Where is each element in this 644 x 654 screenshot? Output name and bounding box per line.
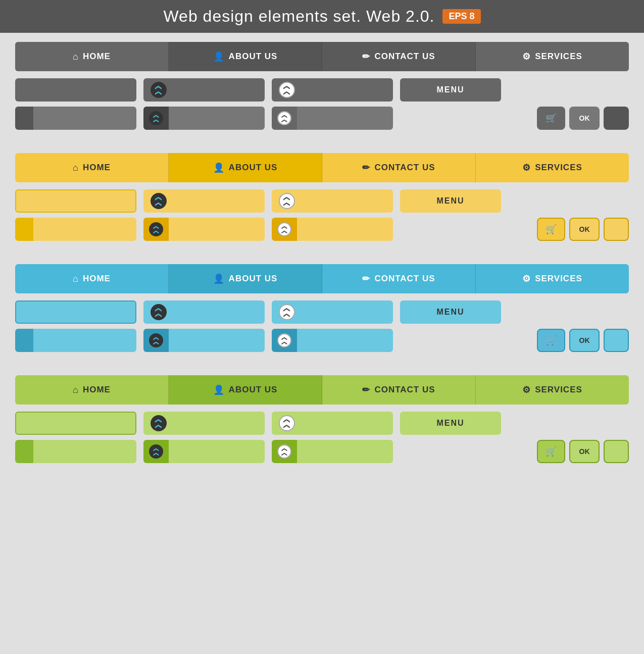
nav-services-label-yellow: SERVICES <box>535 163 582 173</box>
chevron-icon-dd-dark: ❮❮ <box>153 114 160 123</box>
home-icon-yellow: ⌂ <box>73 163 79 173</box>
cart-btn-yellow[interactable]: 🛒 <box>537 218 565 241</box>
home-icon-blue: ⌂ <box>73 274 79 284</box>
chevron-circle-blue-1: ❮❮ <box>151 304 167 320</box>
menu-btn-yellow[interactable]: MENU <box>400 189 501 213</box>
gear-icon-yellow: ⚙ <box>522 162 531 173</box>
dropdown-accent-yellow-2[interactable]: ❮❮ <box>272 218 393 241</box>
chevron-circle-dd-blue: ❮❮ <box>149 333 163 347</box>
menu-btn-dark[interactable]: MENU <box>400 78 501 102</box>
home-icon-green: ⌂ <box>73 385 79 395</box>
cart-btn-green[interactable]: 🛒 <box>537 440 565 463</box>
chevron-circle-green-2: ❮❮ <box>279 415 295 431</box>
dropdown-green-1[interactable]: ❮❮ <box>143 412 265 435</box>
menu-label-green: MENU <box>436 419 464 428</box>
cart-btn-blue[interactable]: 🛒 <box>537 329 565 352</box>
ok-btn-green[interactable]: OK <box>569 440 600 463</box>
small-btns-yellow: 🛒 OK <box>537 218 629 241</box>
user-icon-blue: 👤 <box>213 273 225 284</box>
nav-services-label-green: SERVICES <box>535 385 582 395</box>
header-title: Web design elements set. Web 2.0. <box>163 7 434 26</box>
nav-contact-label-blue: CONTACT US <box>374 274 435 284</box>
sq-btn-yellow[interactable] <box>604 218 629 241</box>
dd-accent-right-blue-2 <box>297 329 393 352</box>
input-yellow-1[interactable] <box>15 189 136 213</box>
menu-btn-blue[interactable]: MENU <box>400 300 501 324</box>
gear-icon-blue: ⚙ <box>522 273 531 284</box>
nav-about-yellow[interactable]: 👤 ABOUT US <box>169 153 322 182</box>
input-accent-green[interactable] <box>15 440 136 463</box>
pencil-icon-blue: ✏ <box>362 273 370 284</box>
nav-contact-blue[interactable]: ✏ CONTACT US <box>322 264 476 293</box>
dropdown-dark-2[interactable]: ❮❮ <box>272 78 393 102</box>
gear-icon-dark: ⚙ <box>522 51 531 62</box>
dd-accent-left-blue: ❮❮ <box>143 329 169 352</box>
ok-btn-blue[interactable]: OK <box>569 329 600 352</box>
dropdown-yellow-2[interactable]: ❮❮ <box>272 189 393 213</box>
chevron-icon-dd-blue-2: ❮❮ <box>281 336 288 345</box>
nav-home-green[interactable]: ⌂ HOME <box>15 375 169 405</box>
accent-left-blue <box>15 329 33 352</box>
menu-btn-green[interactable]: MENU <box>400 412 501 435</box>
controls-row-blue-2: ❮❮ ❮❮ 🛒 OK <box>15 329 629 352</box>
chevron-circle-dd-blue-2: ❮❮ <box>277 333 291 347</box>
nav-contact-green[interactable]: ✏ CONTACT US <box>322 375 476 405</box>
nav-about-green[interactable]: 👤 ABOUT US <box>169 375 322 405</box>
dropdown-accent-yellow[interactable]: ❮❮ <box>143 218 265 241</box>
nav-bar-yellow: ⌂ HOME 👤 ABOUT US ✏ CONTACT US ⚙ SERVICE… <box>15 153 629 182</box>
dropdown-accent-dark[interactable]: ❮❮ <box>143 107 265 130</box>
dd-accent-left-green: ❮❮ <box>143 440 169 463</box>
cart-btn-dark[interactable]: 🛒 <box>537 107 565 130</box>
nav-about-dark[interactable]: 👤 ABOUT US <box>169 42 322 71</box>
dropdown-dark-1[interactable]: ❮❮ <box>143 78 265 102</box>
user-icon-green: 👤 <box>213 384 225 395</box>
small-btns-green: 🛒 OK <box>537 440 629 463</box>
nav-about-label-yellow: ABOUT US <box>229 163 278 173</box>
dropdown-accent-dark-2[interactable]: ❮❮ <box>272 107 393 130</box>
ok-btn-dark[interactable]: OK <box>569 107 600 130</box>
nav-home-dark[interactable]: ⌂ HOME <box>15 42 169 71</box>
input-blue-1[interactable] <box>15 300 136 324</box>
nav-services-dark[interactable]: ⚙ SERVICES <box>476 42 629 71</box>
nav-contact-yellow[interactable]: ✏ CONTACT US <box>322 153 476 182</box>
nav-contact-dark[interactable]: ✏ CONTACT US <box>322 42 476 71</box>
chevron-icon-green-2: ❮❮ <box>283 418 291 429</box>
input-dark-1[interactable] <box>15 78 136 102</box>
nav-home-label-blue: HOME <box>83 274 111 284</box>
dropdown-blue-2[interactable]: ❮❮ <box>272 300 393 324</box>
nav-services-green[interactable]: ⚙ SERVICES <box>476 375 629 405</box>
nav-services-blue[interactable]: ⚙ SERVICES <box>476 264 629 293</box>
sq-btn-dark[interactable] <box>604 107 629 130</box>
input-accent-dark[interactable] <box>15 107 136 130</box>
controls-row-yellow-1: ❮❮ ❮❮ MENU <box>15 189 629 213</box>
user-icon-yellow: 👤 <box>213 162 225 173</box>
nav-services-yellow[interactable]: ⚙ SERVICES <box>476 153 629 182</box>
accent-right-blue <box>33 329 136 352</box>
input-accent-blue[interactable] <box>15 329 136 352</box>
nav-home-yellow[interactable]: ⌂ HOME <box>15 153 169 182</box>
dropdown-accent-green-2[interactable]: ❮❮ <box>272 440 393 463</box>
small-btns-blue: 🛒 OK <box>537 329 629 352</box>
dropdown-blue-1[interactable]: ❮❮ <box>143 300 265 324</box>
dropdown-yellow-1[interactable]: ❮❮ <box>143 189 265 213</box>
dropdown-accent-green[interactable]: ❮❮ <box>143 440 265 463</box>
chevron-circle-blue-2: ❮❮ <box>279 304 295 320</box>
accent-left-yellow <box>15 218 33 241</box>
chevron-icon-dark-1: ❮❮ <box>156 84 162 95</box>
controls-row-green-2: ❮❮ ❮❮ 🛒 OK <box>15 440 629 463</box>
section-yellow: ⌂ HOME 👤 ABOUT US ✏ CONTACT US ⚙ SERVICE… <box>0 144 644 251</box>
dropdown-accent-blue[interactable]: ❮❮ <box>143 329 265 352</box>
dropdown-green-2[interactable]: ❮❮ <box>272 412 393 435</box>
nav-home-blue[interactable]: ⌂ HOME <box>15 264 169 293</box>
ok-btn-yellow[interactable]: OK <box>569 218 600 241</box>
input-accent-yellow[interactable] <box>15 218 136 241</box>
nav-about-blue[interactable]: 👤 ABOUT US <box>169 264 322 293</box>
chevron-circle-green-1: ❮❮ <box>151 415 167 431</box>
nav-home-label-yellow: HOME <box>83 163 111 173</box>
gear-icon-green: ⚙ <box>522 384 531 395</box>
sq-btn-blue[interactable] <box>604 329 629 352</box>
sq-btn-green[interactable] <box>604 440 629 463</box>
chevron-icon-yellow-1: ❮❮ <box>155 195 163 207</box>
input-green-1[interactable] <box>15 412 136 435</box>
dropdown-accent-blue-2[interactable]: ❮❮ <box>272 329 393 352</box>
